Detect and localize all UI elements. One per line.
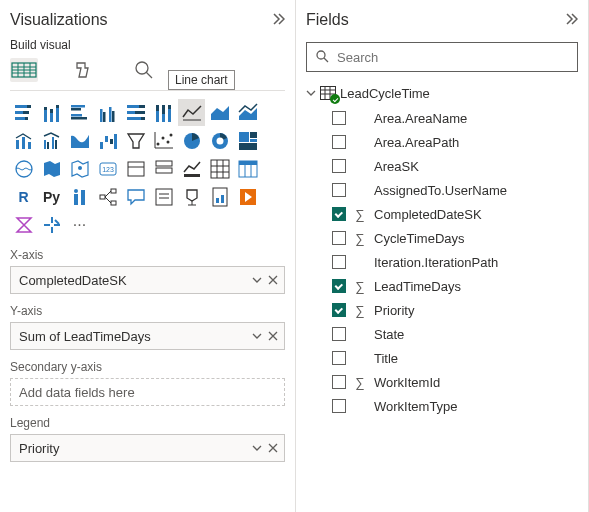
svg-rect-49 <box>52 137 54 149</box>
collapse-fields-icon[interactable] <box>564 12 578 29</box>
field-checkbox[interactable] <box>332 183 346 197</box>
xaxis-well[interactable]: CompletedDateSK <box>10 266 285 294</box>
field-row[interactable]: ∑AssignedTo.UserName <box>332 178 578 202</box>
field-row[interactable]: ∑LeadTimeDays <box>332 274 578 298</box>
stacked-bar-icon[interactable] <box>10 99 37 126</box>
slicer-icon[interactable] <box>206 155 233 182</box>
line-clustered-column-icon[interactable] <box>38 127 65 154</box>
r-visual-icon[interactable]: R <box>10 183 37 210</box>
table-icon[interactable] <box>234 155 261 182</box>
field-checkbox[interactable] <box>332 327 346 341</box>
build-mode-button[interactable] <box>10 58 38 82</box>
svg-rect-53 <box>110 139 113 144</box>
line-stacked-column-icon[interactable] <box>10 127 37 154</box>
goals-icon[interactable] <box>178 183 205 210</box>
field-checkbox[interactable] <box>332 279 346 293</box>
azure-map-icon[interactable] <box>66 155 93 182</box>
card-icon[interactable] <box>122 155 149 182</box>
key-influencers-icon[interactable] <box>66 183 93 210</box>
decomposition-tree-icon[interactable] <box>94 183 121 210</box>
svg-marker-105 <box>17 218 31 232</box>
svg-rect-44 <box>16 140 19 149</box>
svg-line-93 <box>105 191 111 197</box>
field-row[interactable]: ∑CycleTimeDays <box>332 226 578 250</box>
qa-icon[interactable] <box>122 183 149 210</box>
svg-rect-54 <box>114 134 117 149</box>
scatter-icon[interactable] <box>150 127 177 154</box>
power-apps-icon[interactable] <box>234 183 261 210</box>
pie-icon[interactable] <box>178 127 205 154</box>
legend-remove-icon[interactable] <box>268 441 278 456</box>
stacked-bar-100-icon[interactable] <box>122 99 149 126</box>
build-visual-label: Build visual <box>10 38 285 52</box>
waterfall-icon[interactable] <box>94 127 121 154</box>
field-checkbox[interactable] <box>332 303 346 317</box>
treemap-icon[interactable] <box>234 127 261 154</box>
xaxis-remove-icon[interactable] <box>268 273 278 288</box>
stacked-column-icon[interactable] <box>38 99 65 126</box>
map-icon[interactable] <box>10 155 37 182</box>
svg-rect-76 <box>156 168 172 173</box>
field-checkbox[interactable] <box>332 399 346 413</box>
ribbon-chart-icon[interactable] <box>66 127 93 154</box>
field-checkbox[interactable] <box>332 351 346 365</box>
area-chart-icon[interactable] <box>206 99 233 126</box>
stacked-column-100-icon[interactable] <box>150 99 177 126</box>
field-row[interactable]: ∑Priority <box>332 298 578 322</box>
format-mode-button[interactable] <box>70 58 98 82</box>
funnel-icon[interactable] <box>122 127 149 154</box>
power-automate-icon[interactable] <box>10 211 37 238</box>
field-checkbox[interactable] <box>332 231 346 245</box>
field-row[interactable]: ∑WorkItemType <box>332 394 578 418</box>
yaxis-remove-icon[interactable] <box>268 329 278 344</box>
clustered-column-icon[interactable] <box>94 99 121 126</box>
fields-list: ∑Area.AreaName∑Area.AreaPath∑AreaSK∑Assi… <box>332 106 578 418</box>
sec-yaxis-well[interactable]: Add data fields here <box>10 378 285 406</box>
legend-dropdown-icon[interactable] <box>252 441 262 456</box>
smart-narrative-icon[interactable] <box>150 183 177 210</box>
field-row[interactable]: ∑Area.AreaName <box>332 106 578 130</box>
field-checkbox[interactable] <box>332 255 346 269</box>
fields-search[interactable] <box>306 42 578 72</box>
svg-point-89 <box>74 189 78 193</box>
donut-icon[interactable] <box>206 127 233 154</box>
kpi-icon[interactable] <box>178 155 205 182</box>
legend-well[interactable]: Priority <box>10 434 285 462</box>
check-badge-icon <box>330 94 340 104</box>
clustered-bar-icon[interactable] <box>66 99 93 126</box>
field-checkbox[interactable] <box>332 111 346 125</box>
field-row[interactable]: ∑Iteration.IterationPath <box>332 250 578 274</box>
field-checkbox[interactable] <box>332 159 346 173</box>
yaxis-dropdown-icon[interactable] <box>252 329 262 344</box>
filled-map-icon[interactable] <box>38 155 65 182</box>
divider <box>10 90 285 91</box>
analytics-mode-button[interactable] <box>130 58 158 82</box>
field-row[interactable]: ∑WorkItemId <box>332 370 578 394</box>
field-row[interactable]: ∑Title <box>332 346 578 370</box>
svg-rect-77 <box>184 174 200 177</box>
line-chart-icon[interactable] <box>178 99 205 126</box>
svg-rect-101 <box>216 198 219 203</box>
table-node[interactable]: LeadCycleTime <box>306 82 578 104</box>
field-row[interactable]: ∑Area.AreaPath <box>332 130 578 154</box>
field-checkbox[interactable] <box>332 135 346 149</box>
python-visual-icon[interactable]: Py <box>38 183 65 210</box>
collapse-viz-icon[interactable] <box>271 12 285 29</box>
field-row[interactable]: ∑State <box>332 322 578 346</box>
field-checkbox[interactable] <box>332 375 346 389</box>
xaxis-dropdown-icon[interactable] <box>252 273 262 288</box>
paginated-icon[interactable] <box>206 183 233 210</box>
stacked-area-icon[interactable] <box>234 99 261 126</box>
get-more-visuals-icon[interactable] <box>38 211 65 238</box>
field-row[interactable]: ∑AreaSK <box>332 154 578 178</box>
yaxis-well[interactable]: Sum of LeadTimeDays <box>10 322 285 350</box>
svg-rect-10 <box>27 105 31 108</box>
svg-marker-55 <box>128 134 144 148</box>
more-options-icon[interactable]: ··· <box>66 211 93 238</box>
multi-row-card-icon[interactable] <box>150 155 177 182</box>
svg-rect-27 <box>109 107 112 122</box>
gauge-icon[interactable]: 123 <box>94 155 121 182</box>
fields-search-input[interactable] <box>335 49 569 66</box>
field-checkbox[interactable] <box>332 207 346 221</box>
field-row[interactable]: ∑CompletedDateSK <box>332 202 578 226</box>
